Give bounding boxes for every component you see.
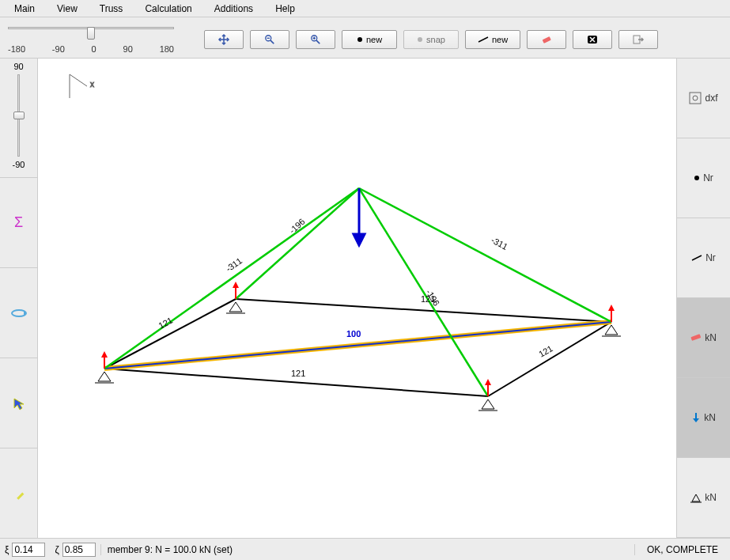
show-load-forces-button[interactable]: kN — [677, 378, 730, 458]
vslider-top-label: 90 — [13, 62, 23, 71]
svg-rect-12 — [543, 36, 551, 44]
svg-marker-17 — [14, 399, 24, 410]
axes-indicator: x — [70, 74, 94, 98]
svg-point-10 — [418, 37, 422, 42]
svg-text:100: 100 — [346, 329, 361, 339]
status-message: member 9: N = 100.0 kN (set) — [100, 544, 635, 555]
svg-marker-33 — [101, 351, 108, 358]
drawing-canvas[interactable]: x — [38, 59, 676, 538]
right-panel: dxf Nr Nr kN kN kN — [676, 59, 730, 538]
svg-rect-61 — [690, 334, 701, 341]
delete-button[interactable] — [573, 30, 612, 49]
status-ok: OK, COMPLETE — [635, 544, 730, 555]
svg-text:x: x — [90, 80, 94, 89]
line-icon — [478, 36, 489, 43]
export-icon — [632, 33, 645, 46]
rotation-vertical-slider[interactable] — [13, 74, 25, 157]
svg-point-59 — [694, 176, 699, 180]
menu-view[interactable]: View — [46, 2, 89, 16]
svg-text:121: 121 — [537, 343, 554, 359]
menu-main[interactable]: Main — [3, 2, 46, 16]
zoom-out-icon — [264, 34, 275, 45]
eraser-small-icon — [690, 334, 702, 342]
zoom-in-button[interactable] — [296, 30, 335, 49]
menu-bar: Main View Truss Calculation Additions He… — [0, 0, 730, 17]
vslider-bottom-label: -90 — [13, 160, 25, 169]
svg-line-11 — [478, 37, 488, 42]
dxf-icon — [689, 92, 702, 104]
new-node-button[interactable]: new — [342, 30, 397, 49]
show-reaction-forces-button[interactable]: kN — [677, 458, 730, 538]
status-bar: ξ ζ member 9: N = 100.0 kN (set) OK, COM… — [0, 538, 730, 560]
svg-line-29 — [359, 188, 488, 396]
rotation-horizontal-slider[interactable] — [8, 27, 174, 40]
svg-line-20 — [70, 74, 87, 86]
zoom-out-button[interactable] — [250, 30, 289, 49]
snap-icon — [417, 36, 423, 43]
top-toolbar: -180 -90 0 90 180 new snap new — [0, 17, 730, 59]
sigma-tool[interactable]: Σ — [0, 177, 37, 267]
eraser-icon — [540, 33, 553, 46]
svg-marker-45 — [485, 379, 491, 385]
xi-input[interactable] — [12, 543, 45, 557]
load-arrow — [354, 188, 365, 245]
dot-icon — [694, 175, 700, 181]
member-line-icon — [691, 255, 702, 261]
zeta-input[interactable] — [62, 543, 96, 557]
export-button[interactable] — [618, 30, 658, 49]
svg-rect-18 — [17, 492, 24, 499]
menu-truss[interactable]: Truss — [89, 2, 134, 16]
svg-marker-31 — [354, 234, 365, 245]
svg-marker-37 — [233, 282, 239, 288]
rotate-icon — [10, 308, 28, 319]
svg-line-60 — [692, 255, 702, 260]
menu-help[interactable]: Help — [264, 2, 306, 16]
zoom-in-icon — [310, 34, 321, 45]
svg-rect-57 — [690, 93, 701, 104]
snap-button[interactable]: snap — [403, 30, 459, 49]
eraser-button[interactable] — [527, 30, 566, 49]
rotation-horizontal-labels: -180 -90 0 90 180 — [8, 44, 174, 54]
left-slider-column: 90 -90 Σ — [0, 59, 38, 538]
menu-additions[interactable]: Additions — [203, 2, 264, 16]
show-node-numbers-button[interactable]: Nr — [677, 138, 730, 218]
down-arrow-icon — [691, 412, 701, 423]
support-icon — [690, 492, 702, 503]
rotate-tool[interactable] — [0, 267, 37, 358]
svg-marker-34 — [98, 372, 111, 381]
svg-text:121: 121 — [157, 316, 174, 331]
svg-marker-64 — [692, 494, 700, 501]
svg-line-6 — [316, 40, 320, 44]
svg-marker-46 — [482, 399, 494, 409]
new-member-button[interactable]: new — [465, 30, 520, 49]
pan-icon — [217, 33, 230, 46]
svg-text:121: 121 — [291, 369, 305, 378]
svg-marker-42 — [605, 325, 618, 335]
pencil-tool[interactable] — [0, 448, 37, 538]
zeta-label: ζ — [55, 544, 59, 555]
svg-text:-311: -311 — [224, 255, 244, 273]
svg-marker-38 — [229, 302, 242, 312]
node-icon — [357, 36, 363, 43]
show-member-forces-button[interactable]: kN — [677, 298, 730, 378]
show-member-numbers-button[interactable]: Nr — [677, 218, 730, 298]
menu-calculation[interactable]: Calculation — [134, 2, 202, 16]
svg-text:-311: -311 — [490, 235, 509, 252]
select-arrow-icon — [12, 396, 26, 411]
svg-line-3 — [270, 40, 274, 44]
svg-line-27 — [236, 188, 359, 299]
select-tool[interactable] — [0, 358, 37, 448]
delete-icon — [586, 33, 599, 46]
svg-line-28 — [359, 188, 611, 322]
pan-button[interactable] — [204, 30, 244, 49]
svg-point-58 — [693, 96, 698, 100]
svg-marker-63 — [693, 418, 699, 422]
svg-marker-41 — [608, 305, 615, 311]
svg-line-26 — [104, 188, 359, 369]
sigma-icon: Σ — [14, 214, 23, 231]
svg-point-9 — [357, 37, 362, 42]
xi-label: ξ — [5, 544, 9, 555]
pencil-icon — [13, 487, 25, 500]
export-dxf-button[interactable]: dxf — [677, 59, 730, 138]
